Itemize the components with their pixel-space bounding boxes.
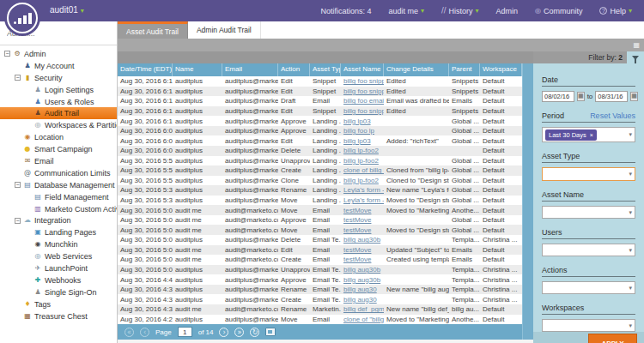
cell-asset-name[interactable]: billg aug30b xyxy=(341,236,384,244)
export-icon[interactable] xyxy=(265,328,276,336)
notifications-link[interactable]: Notifications: 4 xyxy=(320,7,371,15)
cell-asset-name[interactable]: testMove xyxy=(341,246,384,254)
table-row[interactable]: Aug 30, 2016 6:10 PMauditplusauditplus@m… xyxy=(118,116,522,126)
sidebar-item-database-management[interactable]: −▤Database Management xyxy=(0,179,117,191)
column-header-asset-type[interactable]: Asset Type xyxy=(310,63,341,76)
table-row[interactable]: Aug 30, 2016 6:06 PMauditplusauditplus@m… xyxy=(118,146,522,156)
vertical-scrollbar[interactable] xyxy=(522,63,533,340)
column-header-email[interactable]: Email xyxy=(222,63,278,76)
remove-tag-icon[interactable]: × xyxy=(590,132,593,138)
sidebar-item-munchkin[interactable]: ◉Munchkin xyxy=(0,238,117,250)
table-row[interactable]: Aug 30, 2016 4:40 PMauditplusauditplus@m… xyxy=(118,274,522,285)
top-menu-admin[interactable]: Admin xyxy=(495,7,518,15)
date-from-input[interactable] xyxy=(542,91,574,102)
workspaces-select[interactable]: ▾ xyxy=(542,319,635,332)
sidebar-item-web-services[interactable]: ◎Web Services xyxy=(0,250,117,262)
reset-values-link[interactable]: Reset Values xyxy=(590,111,635,120)
cell-asset-name[interactable]: Leyla's form - cl... xyxy=(341,196,384,204)
actions-select[interactable]: ▾ xyxy=(542,281,635,294)
cell-asset-name[interactable]: testMove xyxy=(341,226,384,234)
cell-asset-name[interactable]: clone of billg lp... xyxy=(341,166,384,174)
sidebar-item-security[interactable]: −▮Security xyxy=(0,72,117,84)
refresh-button[interactable]: ↻ xyxy=(250,328,259,337)
cell-asset-name[interactable]: billg lp03 xyxy=(341,117,384,125)
cell-asset-name[interactable]: testMove xyxy=(341,216,384,224)
sidebar-item-login-settings[interactable]: ♟Login Settings xyxy=(0,84,117,96)
table-row[interactable]: Aug 30, 2016 5:58 PMauditplusauditplus@m… xyxy=(118,156,522,166)
column-header-change-details[interactable]: Change Details xyxy=(384,63,449,76)
table-row[interactable]: Aug 30, 2016 5:01 PMaudit meaudit@market… xyxy=(118,255,522,265)
sidebar-item-admin[interactable]: −⚙Admin xyxy=(0,48,117,60)
tab-asset-audit-trail[interactable]: Asset Audit Trail xyxy=(118,21,188,39)
sidebar-item-communication-limits[interactable]: @Communication Limits xyxy=(0,167,117,179)
table-row[interactable]: Aug 30, 2016 6:13 PMauditplusauditplus@m… xyxy=(118,87,522,97)
tree-collapse-toggle[interactable]: − xyxy=(15,218,21,224)
table-row[interactable]: Aug 30, 2016 5:30 PMauditplusauditplus@m… xyxy=(118,196,522,206)
first-page-button[interactable]: « xyxy=(125,328,134,337)
apply-button[interactable]: APPLY xyxy=(588,334,637,343)
tree-collapse-toggle[interactable]: − xyxy=(15,182,21,188)
users-select[interactable]: ▾ xyxy=(542,244,635,256)
table-row[interactable]: Aug 30, 2016 6:07 PMauditplusauditplus@m… xyxy=(118,135,522,146)
table-row[interactable]: Aug 30, 2016 5:52 PMauditplusauditplus@m… xyxy=(118,165,522,176)
table-row[interactable]: Aug 30, 2016 5:03 PMaudit meaudit@market… xyxy=(118,205,522,215)
table-row[interactable]: Aug 30, 2016 4:38 PMauditplusauditplus@m… xyxy=(118,294,522,304)
cell-asset-name[interactable]: billg lp-foo2 xyxy=(341,157,384,165)
cell-asset-name[interactable]: billg def_pgm_... xyxy=(341,305,384,313)
column-header-workspace[interactable]: Workspace xyxy=(480,63,522,76)
column-header-action[interactable]: Action xyxy=(278,63,310,76)
table-row[interactable]: Aug 30, 2016 5:03 PMaudit meaudit@market… xyxy=(118,215,522,226)
column-header-date-time-edt[interactable]: Date/Time (EDT)▾ xyxy=(118,63,173,76)
table-row[interactable]: Aug 30, 2016 6:08 PMauditplusauditplus@m… xyxy=(118,126,522,136)
account-menu[interactable]: audit01▾ xyxy=(50,5,84,15)
sidebar-item-treasure-chest[interactable]: ▦Treasure Chest xyxy=(0,310,117,322)
tree-collapse-toggle[interactable]: − xyxy=(15,75,21,81)
column-header-asset-name[interactable]: Asset Name xyxy=(341,63,384,76)
table-row[interactable]: Aug 30, 2016 5:52 PMauditplusauditplus@m… xyxy=(118,176,522,186)
top-menu-audit-me[interactable]: audit me▾ xyxy=(388,7,424,15)
cell-asset-name[interactable]: billg foo snippet xyxy=(341,87,384,95)
tree-collapse-toggle[interactable]: − xyxy=(4,51,10,57)
period-select[interactable]: Last 30 Days × ▾ xyxy=(542,127,635,142)
sidebar-item-landing-pages[interactable]: ▣Landing Pages xyxy=(0,226,117,238)
cell-asset-name[interactable]: testMove xyxy=(341,256,384,263)
table-row[interactable]: Aug 30, 2016 5:02 PMauditplusauditplus@m… xyxy=(118,235,522,245)
sidebar-item-smart-campaign[interactable]: ●Smart Campaign xyxy=(0,143,117,155)
calendar-icon[interactable]: ▦ xyxy=(633,41,640,49)
next-page-button[interactable]: › xyxy=(219,328,228,337)
table-row[interactable]: Aug 30, 2016 6:11 PMauditplusauditplus@m… xyxy=(118,96,522,106)
cell-asset-name[interactable]: billg foo snippet xyxy=(341,77,384,85)
sidebar-item-tags[interactable]: ♦Tags xyxy=(0,298,117,310)
sidebar-item-single-sign-on[interactable]: ♟Single Sign-On xyxy=(0,286,117,298)
cell-asset-name[interactable]: clone of "billg f... xyxy=(341,316,384,323)
table-row[interactable]: Aug 30, 2016 6:11 PMauditplusauditplus@m… xyxy=(118,106,522,117)
last-page-button[interactable]: » xyxy=(234,328,244,337)
column-header-parent[interactable]: Parent xyxy=(449,63,480,76)
sidebar-item-users-roles[interactable]: ♟Users & Roles xyxy=(0,96,117,108)
table-row[interactable]: Aug 30, 2016 4:31 PMaudit meaudit@market… xyxy=(118,304,522,315)
page-number-input[interactable] xyxy=(178,327,192,337)
table-row[interactable]: Aug 30, 2016 5:34 PMauditplusauditplus@m… xyxy=(118,185,522,196)
filter-funnel-button[interactable] xyxy=(627,51,644,63)
cell-asset-name[interactable]: Leyla's form - cl... xyxy=(341,186,384,194)
cell-asset-name[interactable]: billg lp-foo2 xyxy=(341,147,384,154)
cell-asset-name[interactable]: billg aug30b xyxy=(341,276,384,284)
cell-asset-name[interactable]: billg foo lp xyxy=(341,127,384,135)
asset-name-select[interactable]: ▾ xyxy=(542,206,635,219)
cell-asset-name[interactable]: billg lp-foo2 xyxy=(341,177,384,184)
sidebar-item-integration[interactable]: −☁Integration xyxy=(0,214,117,226)
cell-asset-name[interactable]: billg aug30 xyxy=(341,286,384,293)
table-row[interactable]: Aug 30, 2016 5:02 PMaudit meaudit@market… xyxy=(118,245,522,256)
prev-page-button[interactable]: ‹ xyxy=(140,328,149,337)
sidebar-item-email[interactable]: ✉Email xyxy=(0,155,117,167)
cell-asset-name[interactable]: testMove xyxy=(341,207,384,214)
tab-admin-audit-trail[interactable]: Admin Audit Trail xyxy=(188,21,261,39)
date-from-calendar-icon[interactable]: ▦ xyxy=(577,92,585,101)
sidebar-item-my-account[interactable]: ♟My Account xyxy=(0,60,117,72)
cell-asset-name[interactable]: billg foo snippe... xyxy=(341,107,384,115)
sidebar-item-audit-trail[interactable]: ♟Audit Trail xyxy=(0,107,117,119)
cell-asset-name[interactable]: billg lp03 xyxy=(341,137,384,145)
sidebar-item-webhooks[interactable]: ✚Webhooks xyxy=(0,274,117,286)
table-row[interactable]: Aug 30, 2016 4:39 PMauditplusauditplus@m… xyxy=(118,285,522,295)
date-to-input[interactable] xyxy=(595,91,628,102)
